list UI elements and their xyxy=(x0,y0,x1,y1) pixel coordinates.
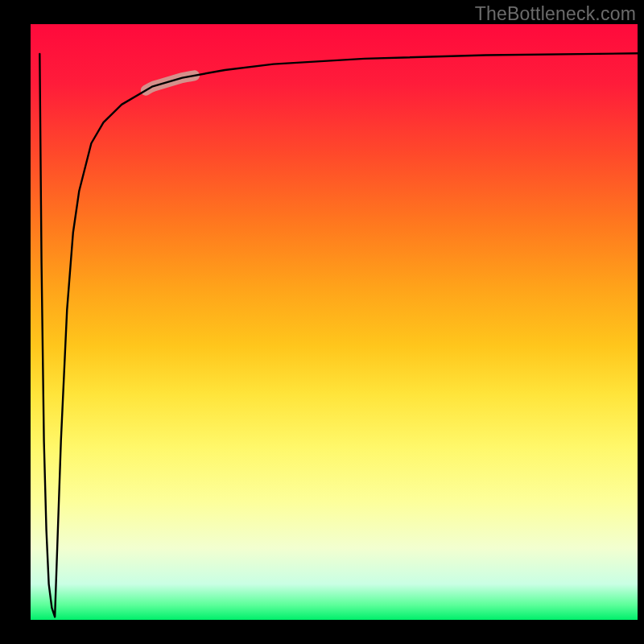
bottleneck-curve xyxy=(39,53,638,617)
curve-layer xyxy=(31,24,638,620)
plot-area xyxy=(31,24,638,620)
chart-frame: TheBottleneck.com xyxy=(0,0,644,644)
watermark-text: TheBottleneck.com xyxy=(475,3,636,25)
highlight-segment xyxy=(146,76,194,90)
